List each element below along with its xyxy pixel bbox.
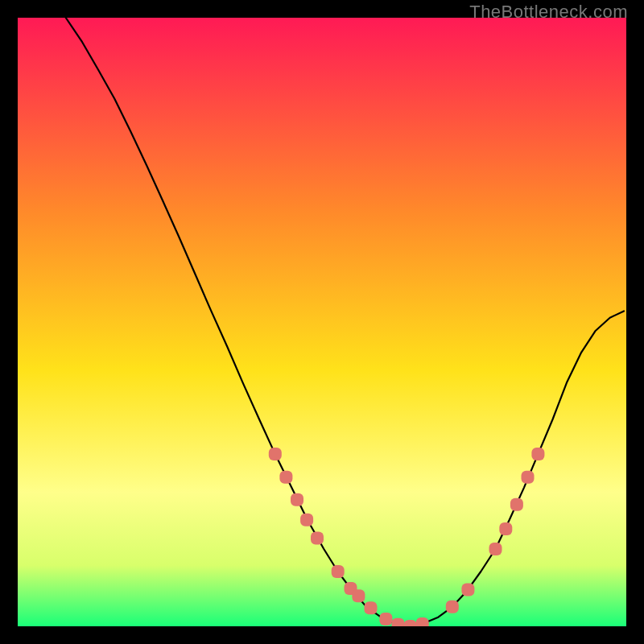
curve-marker [269, 448, 282, 460]
curve-marker [461, 584, 474, 597]
curve-marker [291, 493, 303, 506]
curve-marker [311, 531, 324, 544]
curve-marker [446, 601, 459, 613]
curve-marker [489, 543, 502, 555]
curve-marker [404, 620, 417, 626]
curve-marker [510, 498, 523, 511]
curve-marker [300, 514, 313, 526]
curve-marker [522, 471, 535, 484]
watermark-text: TheBottleneck.com [469, 2, 628, 23]
curve-marker [392, 618, 405, 626]
curve-marker [365, 601, 378, 614]
curve-marker [416, 617, 429, 626]
curve-marker [332, 565, 345, 578]
curve-marker [279, 471, 292, 484]
curve-marker [531, 448, 544, 460]
curve-marker [499, 522, 512, 535]
curve-marker [379, 613, 392, 625]
chart-stage: TheBottleneck.com [0, 0, 644, 644]
curve-marker [352, 589, 365, 602]
bottleneck-curve [18, 18, 626, 626]
plot-area [18, 18, 626, 626]
